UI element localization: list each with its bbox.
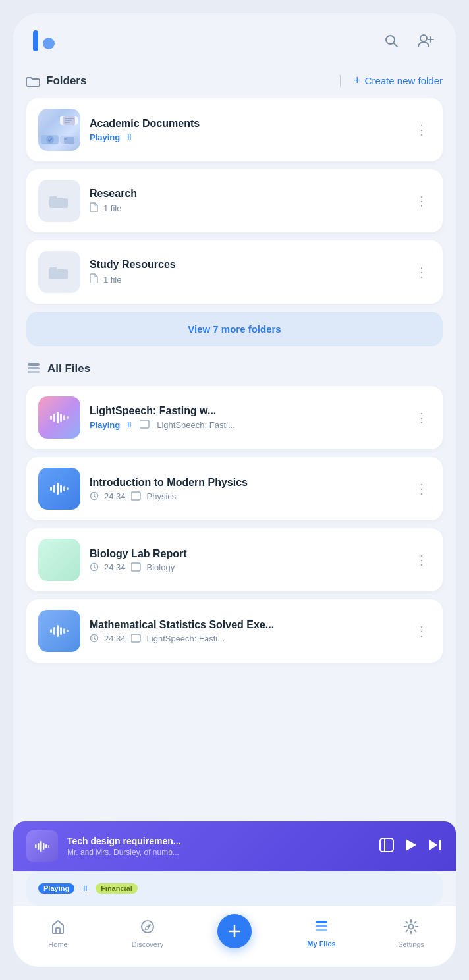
bottom-nav: Home Discovery My Files Settings [13,906,456,967]
sidebar-toggle-button[interactable] [379,838,394,856]
partial-pause-icon: ⏸ [81,884,89,893]
svg-rect-24 [53,485,55,493]
file-folder-physics: Physics [147,491,177,501]
file-pause-icon: ⏸ [125,420,133,429]
svg-rect-42 [38,843,40,850]
layers-icon-nav [314,920,329,937]
file-meta-biology: 24:34 Biology [90,562,403,572]
svg-rect-47 [380,838,393,852]
folder-name-research: Research [90,188,403,200]
file-duration-math: 24:34 [104,634,126,643]
now-playing-bar[interactable]: Tech design requiremen... Mr. and Mrs. D… [13,821,456,871]
file-thumb-lightspeech [38,396,80,439]
file-thumb-math [38,610,80,652]
nav-item-discovery[interactable]: Discovery [128,919,167,948]
search-button[interactable] [379,29,403,53]
svg-rect-23 [50,487,52,491]
svg-rect-26 [60,485,62,493]
file-playing-status: Playing [90,420,120,430]
svg-rect-32 [131,563,140,571]
svg-rect-56 [316,921,327,923]
svg-rect-34 [53,627,55,635]
app-logo [32,29,55,53]
svg-rect-27 [63,486,65,491]
playing-status: Playing [90,132,120,142]
file-name-math: Mathematical Statistics Solved Exe... [90,619,403,631]
folder-meta-study: 1 file [90,273,403,285]
file-card-physics[interactable]: Introduction to Modern Physics 24:34 Phy… [26,457,443,520]
file-more-button-lightspeech[interactable]: ⋮ [412,407,431,428]
clock-icon-biology [90,562,99,572]
now-playing-controls [379,838,443,856]
file-card-math[interactable]: Mathematical Statistics Solved Exe... 24… [26,599,443,663]
folder-thumb-study [38,251,80,293]
main-content: Folders + Create new folder [13,63,456,821]
plus-icon-nav [227,923,242,939]
create-folder-button[interactable]: + Create new folder [354,74,443,88]
nav-item-home[interactable]: Home [38,919,78,948]
file-icon-research [90,202,98,214]
folder-info-research: Research 1 file [90,188,403,214]
folder-name-academic: Academic Documents [90,118,403,130]
file-name-lightspeech: LightSpeech: Fasting w... [90,405,403,417]
file-info-lightspeech: LightSpeech: Fasting w... Playing ⏸ Ligh… [90,405,403,431]
skip-forward-button[interactable] [428,838,443,855]
svg-rect-36 [60,627,62,635]
folder-icon-physics [131,491,142,501]
now-playing-title: Tech design requiremen... [67,836,370,846]
nav-label-home: Home [48,940,67,948]
file-card-biology[interactable]: Biology Lab Report 24:34 Biology ⋮ [26,528,443,591]
svg-rect-17 [53,414,55,422]
svg-rect-12 [64,137,74,144]
waveform-icon-math [50,624,69,638]
file-count-research: 1 file [103,204,121,213]
all-files-header: All Files [26,362,443,375]
folder-icon-study [49,263,69,281]
svg-rect-40 [131,634,140,642]
nav-add-button[interactable] [217,914,252,948]
add-user-button[interactable] [414,29,437,53]
play-button[interactable] [404,838,418,856]
nav-label-myfiles: My Files [307,940,335,948]
svg-rect-49 [439,840,441,850]
folder-more-button-academic[interactable]: ⋮ [412,119,431,140]
folder-card-academic[interactable]: Academic Documents Playing ⏸ ⋮ [26,98,443,161]
file-card-lightspeech[interactable]: LightSpeech: Fasting w... Playing ⏸ Ligh… [26,386,443,449]
file-count-study: 1 file [103,275,121,285]
file-duration-biology: 24:34 [104,562,126,572]
file-more-button-math[interactable]: ⋮ [412,620,431,641]
file-info-math: Mathematical Statistics Solved Exe... 24… [90,619,403,643]
svg-rect-46 [48,845,49,848]
file-folder-biology: Biology [147,562,175,572]
folder-more-button-study[interactable]: ⋮ [412,261,431,283]
folder-more-button-research[interactable]: ⋮ [412,190,431,211]
svg-rect-35 [57,625,59,637]
folder-icon-biology [131,562,142,572]
header-actions [379,29,437,53]
folder-card-research[interactable]: Research 1 file ⋮ [26,169,443,232]
svg-rect-28 [67,487,69,490]
nav-item-settings[interactable]: Settings [391,919,431,948]
all-files-section-title: All Files [47,362,90,375]
svg-line-3 [394,43,398,47]
file-more-button-biology[interactable]: ⋮ [412,549,431,570]
file-name-biology: Biology Lab Report [90,548,403,560]
partial-next-card: Playing ⏸ Financial [26,871,443,906]
svg-point-57 [409,925,414,929]
folder-icon-math [131,634,142,643]
file-icon-study [90,273,98,285]
home-icon [51,919,65,938]
svg-rect-20 [63,415,65,420]
create-folder-label: Create new folder [365,75,443,86]
doc-preview-biology [54,547,65,574]
file-meta-physics: 24:34 Physics [90,491,403,501]
svg-rect-14 [28,367,40,369]
file-more-button-physics[interactable]: ⋮ [412,478,431,499]
view-more-folders-button[interactable]: View 7 more folders [26,312,443,346]
clock-icon-math [90,634,99,643]
file-folder-lightspeech: LightSpeech: Fasti... [157,420,235,430]
app-header [13,13,456,63]
folder-card-study[interactable]: Study Resources 1 file ⋮ [26,240,443,304]
nav-item-myfiles[interactable]: My Files [302,920,341,948]
plus-icon: + [354,74,361,88]
